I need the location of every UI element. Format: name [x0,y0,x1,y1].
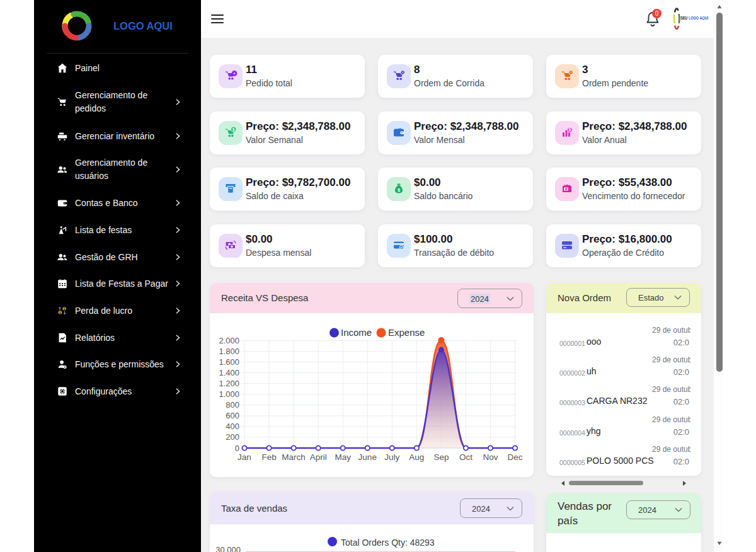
svg-text:600: 600 [226,411,239,420]
svg-text:Income: Income [341,327,372,338]
svg-text:March: March [282,452,306,462]
svg-text:Dec: Dec [508,452,523,462]
svg-text:July: July [384,452,399,462]
svg-text:800: 800 [226,400,239,410]
svg-text:Sep: Sep [433,452,449,462]
svg-text:Jan: Jan [238,452,251,462]
svg-text:1.800: 1.800 [219,347,239,356]
svg-text:Nov: Nov [483,452,498,462]
svg-text:$: $ [232,127,235,132]
svg-text:$: $ [569,127,571,132]
svg-text:2.000: 2.000 [219,336,239,345]
svg-text:Oct: Oct [459,452,472,462]
svg-text:$: $ [59,311,61,314]
svg-text:1.200: 1.200 [219,379,239,388]
svg-text:1.600: 1.600 [219,357,239,367]
svg-text:0: 0 [235,444,239,453]
svg-text:May: May [335,452,351,462]
svg-text:400: 400 [226,422,239,431]
svg-text:1.000: 1.000 [219,389,239,399]
svg-text:Feb: Feb [261,452,276,462]
svg-text:June: June [358,452,377,462]
svg-text:1.400: 1.400 [219,368,239,377]
svg-text:Expense: Expense [388,327,425,338]
svg-text:200: 200 [226,432,239,442]
svg-text:April: April [310,452,327,462]
svg-text:Aug: Aug [409,452,424,462]
svg-text:$: $ [64,308,66,311]
